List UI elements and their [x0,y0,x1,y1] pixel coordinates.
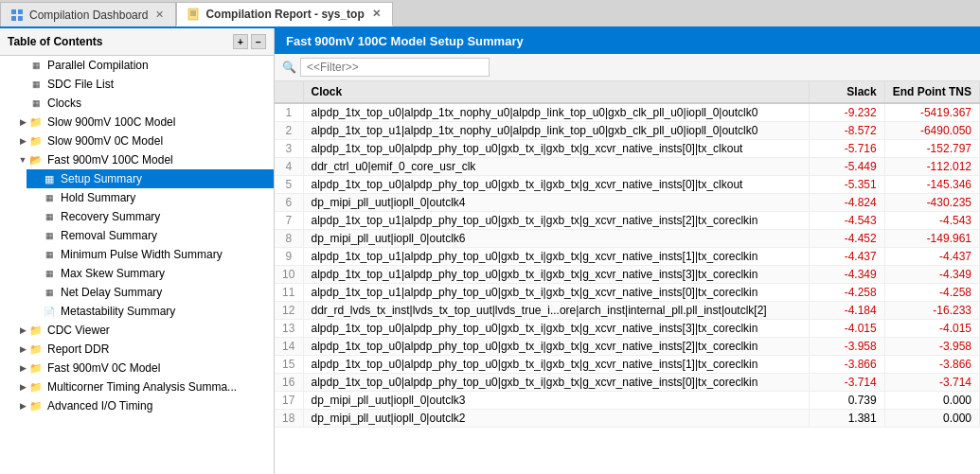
chevron-right-icon: ▶ [17,343,28,355]
sidebar-item-report-ddr[interactable]: ▶ 📁 Report DDR [13,340,274,359]
cell-ep-tns: -4.015 [884,320,979,338]
table-row: 8dp_mipi_pll_uut|iopll_0|outclk6-4.452-1… [275,230,980,248]
grid-icon: ▦ [28,77,44,92]
doc-icon: 📄 [42,304,57,319]
sidebar-item-slow-900mv-100c[interactable]: ▶ 📁 Slow 900mV 100C Model [13,113,274,132]
table-row: 1alpdp_1tx_top_u0|alpdp_1tx_nophy_u0|alp… [275,103,980,122]
cell-ep-tns: -4.543 [884,212,979,230]
sidebar-title: Table of Contents [8,35,102,48]
grid-icon: ▦ [42,285,57,300]
table-row: 18dp_mipi_pll_uut|iopll_0|outclk21.3810.… [275,410,980,428]
filter-input[interactable] [300,58,490,77]
table-row: 9alpdp_1tx_top_u1|alpdp_phy_top_u0|gxb_t… [275,248,980,266]
sidebar-item-recovery-summary[interactable]: ▦ Recovery Summary [27,207,274,226]
sidebar-item-parallel-compilation[interactable]: ▦ Parallel Compilation [13,56,274,75]
cell-slack: -4.437 [809,248,884,266]
cell-ep-tns: -3.714 [884,374,979,392]
table-container[interactable]: Clock Slack End Point TNS 1alpdp_1tx_top… [275,81,980,474]
sidebar-item-slow-900mv-0c[interactable]: ▶ 📁 Slow 900mV 0C Model [13,132,274,150]
sidebar-item-net-delay-summary[interactable]: ▦ Net Delay Summary [27,283,274,302]
cell-ep-tns: -6490.050 [884,122,979,140]
sidebar-item-sdc-file-list-label: SDC File List [47,78,114,91]
sidebar-item-hold-summary[interactable]: ▦ Hold Summary [27,188,274,207]
cell-num: 3 [275,140,303,158]
sidebar-item-max-skew[interactable]: ▦ Max Skew Summary [27,264,274,283]
cell-num: 14 [275,338,303,356]
folder-icon: 📁 [28,398,44,413]
sidebar-item-fast-900mv-100c[interactable]: ▼ 📂 Fast 900mV 100C Model [13,150,274,169]
expand-placeholder [30,211,42,222]
table-row: 16alpdp_1tx_top_u0|alpdp_phy_top_u0|gxb_… [275,374,980,392]
cell-slack: -8.572 [809,122,884,140]
sidebar-item-min-pulse-width[interactable]: ▦ Minimum Pulse Width Summary [27,245,274,264]
sidebar-item-cdc-viewer-label: CDC Viewer [47,324,110,337]
grid-icon: ▦ [42,228,57,243]
sidebar-header: Table of Contents + − [0,28,274,56]
cell-clock: dp_mipi_pll_uut|iopll_0|outclk3 [303,392,809,410]
filter-bar: 🔍 [275,54,980,81]
cell-clock: alpdp_1tx_top_u1|alpdp_phy_top_u0|gxb_tx… [303,266,809,284]
tab-compilation-dashboard[interactable]: Compilation Dashboard ✕ [0,2,176,26]
sidebar-header-actions: + − [233,34,266,49]
cell-slack: -3.866 [809,356,884,374]
svg-rect-2 [11,16,16,21]
sidebar-item-net-delay-summary-label: Net Delay Summary [61,286,162,299]
cell-clock: alpdp_1tx_top_u0|alpdp_phy_top_u0|gxb_tx… [303,338,809,356]
cell-clock: alpdp_1tx_top_u0|alpdp_phy_top_u0|gxb_tx… [303,320,809,338]
cell-slack: -4.258 [809,284,884,302]
sidebar-item-multicorner-timing[interactable]: ▶ 📁 Multicorner Timing Analysis Summa... [13,377,274,396]
cell-slack: -4.824 [809,194,884,212]
grid-icon: ▦ [28,96,44,111]
sidebar-item-parallel-compilation-label: Parallel Compilation [47,59,149,72]
folder-icon: 📁 [28,114,44,130]
expand-placeholder [17,79,28,90]
sidebar-item-clocks[interactable]: ▦ Clocks [13,94,274,113]
expand-placeholder [17,60,28,71]
table-row: 2alpdp_1tx_top_u1|alpdp_1tx_nophy_u0|alp… [275,122,980,140]
cell-clock: alpdp_1tx_top_u0|alpdp_phy_top_u0|gxb_tx… [303,140,809,158]
expand-placeholder [17,97,28,109]
sidebar-item-advanced-io-timing-label: Advanced I/O Timing [47,399,152,413]
compilation-report-icon [187,8,200,21]
sidebar-item-sdc-file-list[interactable]: ▦ SDC File List [13,75,274,94]
svg-rect-1 [18,9,23,14]
table-row: 4ddr_ctrl_u0|emif_0_core_usr_clk-5.449-1… [275,158,980,176]
svg-rect-3 [18,16,23,21]
sidebar-collapse-btn[interactable]: − [251,34,266,49]
folder-icon: 📁 [28,323,44,338]
cell-num: 17 [275,392,303,410]
tab-compilation-report[interactable]: Compilation Report - sys_top ✕ [176,2,392,26]
cell-ep-tns: -4.437 [884,248,979,266]
cell-clock: alpdp_1tx_top_u0|alpdp_phy_top_u0|gxb_tx… [303,176,809,194]
expand-placeholder [30,287,42,298]
sidebar-item-removal-summary-label: Removal Summary [61,229,157,242]
sidebar-item-removal-summary[interactable]: ▦ Removal Summary [27,226,274,245]
sidebar-expand-btn[interactable]: + [233,34,248,49]
cell-slack: -3.958 [809,338,884,356]
cell-clock: alpdp_1tx_top_u0|alpdp_1tx_nophy_u0|alpd… [303,103,809,122]
col-ep-tns: End Point TNS [884,81,979,103]
table-row: 12ddr_rd_lvds_tx_inst|lvds_tx_top_uut|lv… [275,302,980,320]
sidebar-item-metastability[interactable]: 📄 Metastability Summary [27,302,274,321]
sidebar-item-cdc-viewer[interactable]: ▶ 📁 CDC Viewer [13,321,274,340]
table-row: 14alpdp_1tx_top_u0|alpdp_phy_top_u0|gxb_… [275,338,980,356]
cell-clock: ddr_rd_lvds_tx_inst|lvds_tx_top_uut|lvds… [303,302,809,320]
svg-rect-0 [11,9,16,14]
tab-compilation-dashboard-close[interactable]: ✕ [153,8,166,22]
cell-clock: alpdp_1tx_top_u0|alpdp_phy_top_u0|gxb_tx… [303,356,809,374]
tab-compilation-report-close[interactable]: ✕ [370,7,383,21]
sidebar-scroll[interactable]: ▦ Parallel Compilation ▦ SDC File List ▦… [0,56,274,474]
cell-clock: alpdp_1tx_top_u0|alpdp_phy_top_u0|gxb_tx… [303,374,809,392]
chevron-right-icon: ▶ [17,135,28,147]
cell-num: 16 [275,374,303,392]
sidebar-item-setup-summary[interactable]: ▦ Setup Summary [27,169,274,188]
sidebar-item-fast-900mv-0c[interactable]: ▶ 📁 Fast 900mV 0C Model [13,359,274,377]
sidebar-item-advanced-io-timing[interactable]: ▶ 📁 Advanced I/O Timing [13,396,274,415]
expand-placeholder [30,306,42,317]
tab-bar: Compilation Dashboard ✕ Compilation Repo… [0,0,980,28]
sidebar-item-report-ddr-label: Report DDR [47,342,109,356]
cell-slack: 0.739 [809,392,884,410]
cell-slack: -5.449 [809,158,884,176]
cell-clock: ddr_ctrl_u0|emif_0_core_usr_clk [303,158,809,176]
cell-slack: -4.543 [809,212,884,230]
